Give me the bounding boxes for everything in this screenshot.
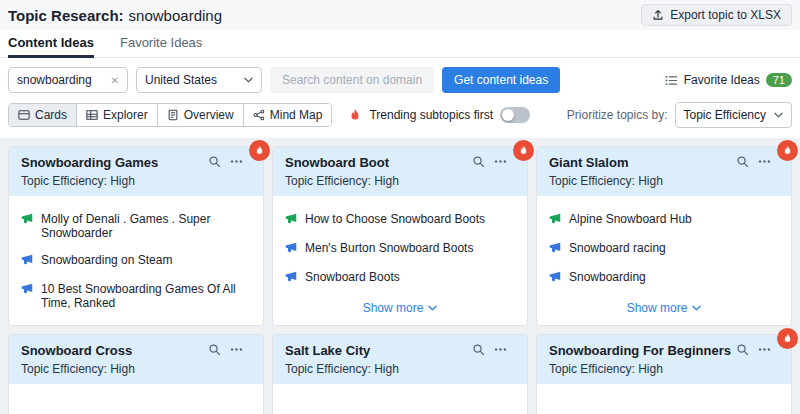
card-menu-icon[interactable] bbox=[230, 343, 243, 356]
idea-text: Snowboard racing bbox=[569, 241, 666, 255]
topic-efficiency: Topic Efficiency: High bbox=[549, 362, 779, 376]
card-menu-icon[interactable] bbox=[758, 343, 771, 356]
card-header: Snowboard Boot Topic Efficiency: High bbox=[273, 147, 527, 196]
page-title-prefix: Topic Research: bbox=[8, 7, 124, 24]
chevron-down-icon bbox=[692, 305, 701, 311]
idea-text: Snowboarding on Steam bbox=[41, 253, 172, 267]
show-more-link[interactable]: Show more bbox=[549, 301, 779, 317]
topic-card: Giant Slalom Topic Efficiency: High Alpi… bbox=[536, 146, 792, 326]
export-icon bbox=[652, 9, 664, 21]
topic-card: Salt Lake City Topic Efficiency: High bbox=[272, 334, 528, 414]
view-overview[interactable]: Overview bbox=[157, 104, 243, 126]
show-more-label: Show more bbox=[627, 301, 688, 315]
megaphone-icon bbox=[21, 282, 33, 298]
view-mind-map[interactable]: Mind Map bbox=[243, 104, 332, 126]
idea-item[interactable]: How to Choose Snowboard Boots bbox=[285, 212, 515, 228]
chevron-down-icon bbox=[244, 77, 253, 83]
clear-search-icon[interactable]: ✕ bbox=[111, 75, 119, 86]
topic-research-page: Topic Research: snowboarding Export topi… bbox=[0, 0, 800, 414]
megaphone-icon bbox=[549, 270, 561, 286]
megaphone-icon bbox=[549, 212, 561, 228]
megaphone-icon bbox=[549, 241, 561, 257]
idea-item[interactable]: 10 Best Snowboarding Games Of All Time, … bbox=[21, 282, 251, 310]
megaphone-icon bbox=[285, 241, 297, 257]
card-body bbox=[537, 384, 791, 414]
card-header: Salt Lake City Topic Efficiency: High bbox=[273, 335, 527, 384]
show-more-label: Show more bbox=[99, 323, 160, 325]
tab-content-ideas[interactable]: Content Ideas bbox=[8, 35, 94, 58]
card-search-icon[interactable] bbox=[472, 155, 485, 168]
view-explorer[interactable]: Explorer bbox=[76, 104, 157, 126]
card-header: Snowboard Cross Topic Efficiency: High bbox=[9, 335, 263, 384]
trending-fire-badge bbox=[249, 140, 270, 161]
card-header: Snowboarding For Beginners Topic Efficie… bbox=[537, 335, 791, 384]
trending-label: Trending subtopics first bbox=[369, 108, 493, 122]
card-menu-icon[interactable] bbox=[494, 343, 507, 356]
card-menu-icon[interactable] bbox=[758, 155, 771, 168]
topic-card: Snowboarding For Beginners Topic Efficie… bbox=[536, 334, 792, 414]
idea-item[interactable]: Men's Burton Snowboard Boots bbox=[285, 241, 515, 257]
top-tabs: Content Ideas Favorite Ideas bbox=[0, 30, 800, 58]
card-body bbox=[273, 384, 527, 414]
country-select[interactable]: United States bbox=[136, 67, 262, 93]
idea-text: Men's Burton Snowboard Boots bbox=[305, 241, 473, 255]
favorite-ideas-link[interactable]: Favorite Ideas 71 bbox=[665, 73, 792, 87]
topic-efficiency: Topic Efficiency: High bbox=[285, 174, 515, 188]
card-title: Giant Slalom bbox=[549, 155, 628, 170]
tab-favorite-ideas[interactable]: Favorite Ideas bbox=[120, 35, 202, 57]
card-menu-icon[interactable] bbox=[230, 155, 243, 168]
cards-icon bbox=[18, 109, 30, 121]
megaphone-icon bbox=[21, 253, 33, 269]
search-input[interactable]: snowboarding ✕ bbox=[8, 67, 128, 93]
view-cards[interactable]: Cards bbox=[9, 104, 76, 126]
idea-item[interactable]: Snowboarding bbox=[549, 270, 779, 286]
card-search-icon[interactable] bbox=[736, 343, 749, 356]
topic-efficiency: Topic Efficiency: High bbox=[285, 362, 515, 376]
get-content-ideas-button[interactable]: Get content ideas bbox=[442, 67, 560, 93]
idea-item[interactable]: Molly of Denali . Games . Super Snowboar… bbox=[21, 212, 251, 240]
list-icon bbox=[665, 74, 678, 87]
card-title: Snowboard Cross bbox=[21, 343, 132, 358]
idea-item[interactable]: Snowboard racing bbox=[549, 241, 779, 257]
idea-item[interactable]: Alpine Snowboard Hub bbox=[549, 212, 779, 228]
topic-card: Snowboarding Games Topic Efficiency: Hig… bbox=[8, 146, 264, 326]
search-domain-button[interactable]: Search content on domain bbox=[270, 67, 434, 93]
card-body: Alpine Snowboard Hub Snowboard racing Sn… bbox=[537, 196, 791, 325]
megaphone-icon bbox=[285, 212, 297, 228]
prioritize-select[interactable]: Topic Efficiency bbox=[675, 102, 792, 128]
card-title: Snowboarding For Beginners bbox=[549, 343, 731, 358]
card-search-icon[interactable] bbox=[736, 155, 749, 168]
card-header: Snowboarding Games Topic Efficiency: Hig… bbox=[9, 147, 263, 196]
card-body: Molly of Denali . Games . Super Snowboar… bbox=[9, 196, 263, 325]
fire-icon bbox=[348, 108, 362, 122]
trending-fire-badge bbox=[513, 140, 534, 161]
megaphone-icon bbox=[21, 212, 33, 228]
card-header: Giant Slalom Topic Efficiency: High bbox=[537, 147, 791, 196]
show-more-link[interactable]: Show more bbox=[21, 323, 251, 325]
view-label: Cards bbox=[35, 108, 67, 122]
trending-toggle[interactable] bbox=[500, 107, 530, 123]
idea-text: 10 Best Snowboarding Games Of All Time, … bbox=[41, 282, 251, 310]
card-body bbox=[9, 384, 263, 414]
page-header: Topic Research: snowboarding Export topi… bbox=[0, 0, 800, 30]
view-switcher: Cards Explorer Overview Mind Map bbox=[8, 103, 332, 127]
toggle-knob bbox=[502, 109, 514, 121]
prioritize-label: Prioritize topics by: bbox=[567, 108, 668, 122]
card-search-icon[interactable] bbox=[208, 343, 221, 356]
prioritize-value: Topic Efficiency bbox=[684, 108, 766, 122]
explorer-icon bbox=[86, 109, 98, 121]
card-title: Salt Lake City bbox=[285, 343, 370, 358]
topic-card: Snowboard Cross Topic Efficiency: High bbox=[8, 334, 264, 414]
idea-item[interactable]: Snowboarding on Steam bbox=[21, 253, 251, 269]
card-search-icon[interactable] bbox=[472, 343, 485, 356]
show-more-link[interactable]: Show more bbox=[285, 301, 515, 317]
card-search-icon[interactable] bbox=[208, 155, 221, 168]
idea-item[interactable]: Snowboard Boots bbox=[285, 270, 515, 286]
idea-text: Snowboard Boots bbox=[305, 270, 400, 284]
topic-card: Snowboard Boot Topic Efficiency: High Ho… bbox=[272, 146, 528, 326]
export-xlsx-button[interactable]: Export topic to XLSX bbox=[641, 4, 792, 26]
chevron-down-icon bbox=[774, 112, 783, 118]
favorites-label: Favorite Ideas bbox=[684, 73, 760, 87]
card-menu-icon[interactable] bbox=[494, 155, 507, 168]
card-title: Snowboarding Games bbox=[21, 155, 158, 170]
